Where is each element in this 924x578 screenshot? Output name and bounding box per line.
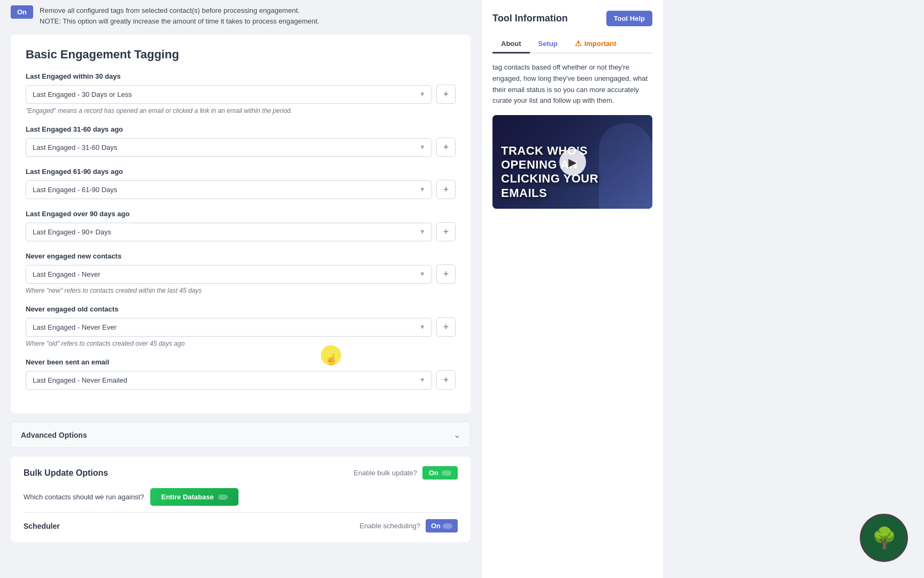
bulk-toggle-track-icon [442, 470, 451, 476]
add-tag-button-0[interactable]: + [436, 85, 456, 104]
tab-about[interactable]: About [492, 35, 530, 54]
advanced-options-header[interactable]: Advanced Options ⌄ [11, 422, 471, 448]
form-group-label-6: Never been sent an email [26, 358, 456, 366]
input-row-0: Last Engaged - 30 Days or Less▼+ [26, 85, 456, 104]
advanced-options-title: Advanced Options [21, 431, 87, 439]
select-wrapper-0: Last Engaged - 30 Days or Less▼ [26, 85, 432, 104]
form-group-label-0: Last Engaged within 30 days [26, 72, 456, 80]
important-warning-icon: ⚠ [575, 39, 582, 48]
select-wrapper-2: Last Engaged - 61-90 Days▼ [26, 180, 432, 199]
basic-engagement-card: Basic Engagement Tagging Last Engaged wi… [11, 35, 471, 413]
input-row-6: Last Engaged - Never Emailed▼+ [26, 370, 456, 390]
add-tag-button-3[interactable]: + [436, 222, 456, 241]
bulk-enable-row: Enable bulk update? On [353, 466, 458, 480]
bulk-title: Bulk Update Options [24, 468, 108, 478]
select-wrapper-4: Last Engaged - Never▼ [26, 265, 432, 284]
form-group-label-4: Never engaged new contacts [26, 252, 456, 260]
sidebar-body-text: tag contacts based off whether or not th… [492, 62, 652, 107]
section-title: Basic Engagement Tagging [26, 48, 456, 62]
add-tag-button-5[interactable]: + [436, 317, 456, 337]
form-group-5: Never engaged old contactsLast Engaged -… [26, 305, 456, 347]
sidebar-header: Tool Information Tool Help [492, 11, 652, 26]
tool-help-button[interactable]: Tool Help [606, 11, 652, 26]
form-group-label-2: Last Engaged 61-90 days ago [26, 168, 456, 176]
add-tag-button-1[interactable]: + [436, 138, 456, 157]
entire-db-label: Entire Database [161, 493, 213, 501]
form-group-label-1: Last Engaged 31-60 days ago [26, 125, 456, 133]
sidebar: Tool Information Tool Help About Setup ⚠… [481, 0, 663, 578]
input-row-5: Last Engaged - Never Ever▼+ [26, 317, 456, 337]
select-wrapper-1: Last Engaged - 31-60 Days▼ [26, 138, 432, 157]
tab-important[interactable]: ⚠ Important [566, 35, 625, 54]
form-group-6: Never been sent an emailLast Engaged - N… [26, 358, 456, 390]
scheduler-enable: Enable scheduling? On [359, 519, 458, 533]
sidebar-tabs: About Setup ⚠ Important [492, 35, 652, 54]
bulk-header: Bulk Update Options Enable bulk update? … [24, 466, 458, 480]
select-wrapper-3: Last Engaged - 90+ Days▼ [26, 223, 432, 241]
tab-important-label: Important [584, 40, 617, 48]
scheduler-toggle[interactable]: On [426, 519, 458, 533]
avatar[interactable]: 🌳 [860, 514, 908, 562]
remove-tags-toggle[interactable]: On [11, 5, 33, 19]
tab-setup-label: Setup [538, 40, 558, 48]
scheduler-toggle-track-icon [443, 523, 452, 529]
form-group-3: Last Engaged over 90 days agoLast Engage… [26, 210, 456, 241]
tab-setup[interactable]: Setup [530, 35, 566, 54]
input-row-4: Last Engaged - Never▼+ [26, 264, 456, 284]
entire-db-track-icon [218, 495, 228, 500]
sidebar-title: Tool Information [492, 13, 568, 24]
input-row-1: Last Engaged - 31-60 Days▼+ [26, 138, 456, 157]
select-5[interactable]: Last Engaged - Never Ever [26, 318, 432, 337]
top-strip-text: Remove all configured tags from selected… [40, 5, 319, 26]
add-tag-button-2[interactable]: + [436, 180, 456, 199]
scheduler-title: Scheduler [24, 522, 60, 530]
entire-database-button[interactable]: Entire Database [150, 488, 238, 506]
add-tag-button-6[interactable]: + [436, 370, 456, 390]
select-wrapper-5: Last Engaged - Never Ever▼ [26, 318, 432, 337]
bulk-update-card: Bulk Update Options Enable bulk update? … [11, 457, 471, 542]
hint-text-4: Where "new" refers to contacts created w… [26, 287, 456, 294]
top-strip-line1: Remove all configured tags from selected… [40, 5, 319, 16]
form-group-label-3: Last Engaged over 90 days ago [26, 210, 456, 218]
form-group-2: Last Engaged 61-90 days agoLast Engaged … [26, 168, 456, 199]
contacts-row: Which contacts should we run against? En… [24, 488, 458, 506]
video-thumbnail[interactable]: TRACK WHO'SOPENING ANCLICKING YOUREMAILS… [492, 115, 652, 209]
select-3[interactable]: Last Engaged - 90+ Days [26, 223, 432, 241]
scheduler-toggle-label: On [431, 522, 441, 530]
select-wrapper-6: Last Engaged - Never Emailed▼ [26, 371, 432, 390]
form-groups: Last Engaged within 30 daysLast Engaged … [26, 72, 456, 390]
form-group-1: Last Engaged 31-60 days agoLast Engaged … [26, 125, 456, 157]
top-strip: On Remove all configured tags from selec… [11, 0, 471, 35]
select-6[interactable]: Last Engaged - Never Emailed [26, 371, 432, 390]
bulk-enable-toggle[interactable]: On [422, 466, 458, 480]
hint-text-5: Where "old" refers to contacts created o… [26, 340, 456, 347]
top-strip-line2: NOTE: This option will greatly increase … [40, 16, 319, 27]
video-play-button[interactable]: ▶ [559, 149, 586, 176]
form-group-4: Never engaged new contactsLast Engaged -… [26, 252, 456, 294]
select-0[interactable]: Last Engaged - 30 Days or Less [26, 85, 432, 104]
video-headline: TRACK WHO'SOPENING ANCLICKING YOUREMAILS [501, 144, 598, 201]
avatar-tree-icon: 🌳 [872, 526, 897, 550]
select-4[interactable]: Last Engaged - Never [26, 265, 432, 284]
contacts-question: Which contacts should we run against? [24, 493, 144, 501]
add-tag-button-4[interactable]: + [436, 264, 456, 284]
bulk-enable-label: Enable bulk update? [353, 469, 417, 477]
scheduler-enable-label: Enable scheduling? [359, 522, 420, 530]
input-row-3: Last Engaged - 90+ Days▼+ [26, 222, 456, 241]
form-group-label-5: Never engaged old contacts [26, 305, 456, 313]
select-2[interactable]: Last Engaged - 61-90 Days [26, 180, 432, 199]
scheduler-row: Scheduler Enable scheduling? On [24, 512, 458, 533]
tab-about-label: About [501, 40, 521, 48]
input-row-2: Last Engaged - 61-90 Days▼+ [26, 180, 456, 199]
form-group-0: Last Engaged within 30 daysLast Engaged … [26, 72, 456, 115]
select-1[interactable]: Last Engaged - 31-60 Days [26, 138, 432, 157]
advanced-options-chevron-icon: ⌄ [453, 430, 460, 440]
hint-text-0: "Engaged" means a record has opened an e… [26, 107, 456, 115]
bulk-toggle-label: On [429, 469, 438, 477]
